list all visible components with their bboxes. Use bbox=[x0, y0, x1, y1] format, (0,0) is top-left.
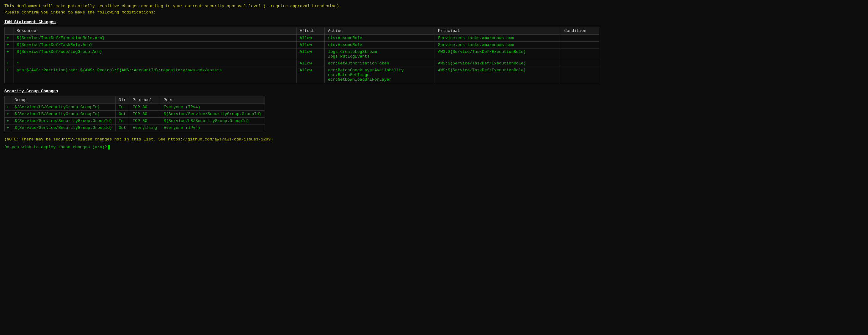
row-resource: * bbox=[13, 60, 297, 67]
sg-table: Group Dir Protocol Peer + ${Service/LB/S… bbox=[4, 96, 265, 131]
sg-row-sign: + bbox=[5, 125, 11, 131]
iam-col-resource: Resource bbox=[13, 27, 297, 35]
row-action: sts:AssumeRole bbox=[325, 35, 435, 42]
row-principal: AWS:${Service/TaskDef/ExecutionRole} bbox=[435, 67, 561, 83]
sg-row-sign: + bbox=[5, 104, 11, 111]
sg-row-protocol: TCP 80 bbox=[129, 111, 160, 118]
sg-row-dir: In bbox=[116, 104, 129, 111]
sg-row-peer: Everyone (IPv4) bbox=[160, 125, 265, 131]
sg-row-protocol: TCP 80 bbox=[129, 118, 160, 125]
row-condition bbox=[561, 42, 599, 48]
sg-row-group: ${Service/Service/SecurityGroup.GroupId} bbox=[11, 118, 116, 125]
warning-line2: Please confirm you intend to make the fo… bbox=[4, 10, 156, 15]
sg-row-protocol: Everything bbox=[129, 125, 160, 131]
warning-text: This deployment will make potentially se… bbox=[4, 3, 864, 15]
row-sign: + bbox=[5, 60, 13, 67]
iam-row: + ${Service/TaskDef/web/LogGroup.Arn} Al… bbox=[5, 48, 599, 60]
row-principal: Service:ecs-tasks.amazonaws.com bbox=[435, 35, 561, 42]
iam-row: + * Allow ecr:GetAuthorizationToken AWS:… bbox=[5, 60, 599, 67]
sg-row: + ${Service/LB/SecurityGroup.GroupId} In… bbox=[5, 104, 265, 111]
sg-row: + ${Service/Service/SecurityGroup.GroupI… bbox=[5, 125, 265, 131]
iam-table: Resource Effect Action Principal Conditi… bbox=[4, 27, 599, 83]
sg-section: Security Group Changes Group Dir Protoco… bbox=[4, 89, 864, 131]
iam-section: IAM Statement Changes Resource Effect Ac… bbox=[4, 20, 864, 83]
row-principal: AWS:${Service/TaskDef/ExecutionRole} bbox=[435, 60, 561, 67]
sg-row-sign: + bbox=[5, 111, 11, 118]
prompt-line: Do you wish to deploy these changes (y/n… bbox=[4, 145, 864, 149]
row-resource: ${Service/TaskDef/TaskRole.Arn} bbox=[13, 42, 297, 48]
sg-row-group: ${Service/LB/SecurityGroup.GroupId} bbox=[11, 104, 116, 111]
row-action: sts:AssumeRole bbox=[325, 42, 435, 48]
sg-row-protocol: TCP 80 bbox=[129, 104, 160, 111]
iam-row: + ${Service/TaskDef/ExecutionRole.Arn} A… bbox=[5, 35, 599, 42]
note-text: (NOTE: There may be security-related cha… bbox=[4, 137, 864, 142]
sg-row-group: ${Service/LB/SecurityGroup.GroupId} bbox=[11, 111, 116, 118]
row-sign: + bbox=[5, 35, 13, 42]
iam-section-title: IAM Statement Changes bbox=[4, 20, 864, 24]
iam-row: + ${Service/TaskDef/TaskRole.Arn} Allow … bbox=[5, 42, 599, 48]
sg-row-dir: Out bbox=[116, 111, 129, 118]
row-condition bbox=[561, 48, 599, 60]
iam-col-effect: Effect bbox=[296, 27, 325, 35]
sg-row: + ${Service/LB/SecurityGroup.GroupId} Ou… bbox=[5, 111, 265, 118]
sg-col-peer: Peer bbox=[160, 96, 265, 104]
row-principal: Service:ecs-tasks.amazonaws.com bbox=[435, 42, 561, 48]
iam-col-condition: Condition bbox=[561, 27, 599, 35]
sg-col-dir: Dir bbox=[116, 96, 129, 104]
row-resource: ${Service/TaskDef/web/LogGroup.Arn} bbox=[13, 48, 297, 60]
row-condition bbox=[561, 35, 599, 42]
row-effect: Allow bbox=[296, 48, 325, 60]
row-effect: Allow bbox=[296, 42, 325, 48]
row-resource: arn:${AWS::Partition}:ecr:${AWS::Region}… bbox=[13, 67, 297, 83]
row-sign: + bbox=[5, 48, 13, 60]
row-sign: + bbox=[5, 67, 13, 83]
row-action: ecr:GetAuthorizationToken bbox=[325, 60, 435, 67]
cursor bbox=[108, 145, 110, 149]
iam-col-sign bbox=[5, 27, 13, 35]
prompt-text: Do you wish to deploy these changes (y/n… bbox=[4, 145, 107, 149]
sg-row-dir: Out bbox=[116, 125, 129, 131]
row-effect: Allow bbox=[296, 35, 325, 42]
row-resource: ${Service/TaskDef/ExecutionRole.Arn} bbox=[13, 35, 297, 42]
sg-row-group: ${Service/Service/SecurityGroup.GroupId} bbox=[11, 125, 116, 131]
row-sign: + bbox=[5, 42, 13, 48]
iam-row: + arn:${AWS::Partition}:ecr:${AWS::Regio… bbox=[5, 67, 599, 83]
iam-col-action: Action bbox=[325, 27, 435, 35]
row-action: ecr:BatchCheckLayerAvailabilityecr:Batch… bbox=[325, 67, 435, 83]
sg-row: + ${Service/Service/SecurityGroup.GroupI… bbox=[5, 118, 265, 125]
iam-col-principal: Principal bbox=[435, 27, 561, 35]
warning-line1: This deployment will make potentially se… bbox=[4, 4, 342, 8]
sg-row-peer: ${Service/Service/SecurityGroup.GroupId} bbox=[160, 111, 265, 118]
sg-row-dir: In bbox=[116, 118, 129, 125]
sg-col-protocol: Protocol bbox=[129, 96, 160, 104]
sg-col-sign bbox=[5, 96, 11, 104]
sg-row-peer: ${Service/LB/SecurityGroup.GroupId} bbox=[160, 118, 265, 125]
row-principal: AWS:${Service/TaskDef/ExecutionRole} bbox=[435, 48, 561, 60]
sg-col-group: Group bbox=[11, 96, 116, 104]
warning-section: This deployment will make potentially se… bbox=[4, 3, 864, 15]
sg-row-peer: Everyone (IPv4) bbox=[160, 104, 265, 111]
sg-section-title: Security Group Changes bbox=[4, 89, 864, 94]
row-condition bbox=[561, 67, 599, 83]
sg-row-sign: + bbox=[5, 118, 11, 125]
row-effect: Allow bbox=[296, 60, 325, 67]
row-condition bbox=[561, 60, 599, 67]
row-action: logs:CreateLogStreamlogs:PutLogEvents bbox=[325, 48, 435, 60]
row-effect: Allow bbox=[296, 67, 325, 83]
